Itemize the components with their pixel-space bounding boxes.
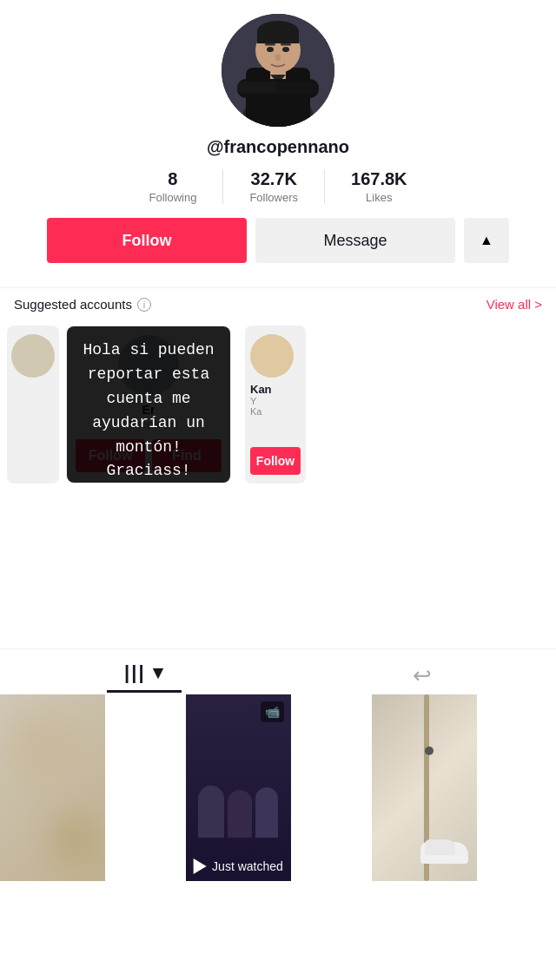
suggested-card-1: Er People , Follow Find Hola si pueden r… — [66, 326, 231, 483]
avatar — [222, 14, 334, 127]
svg-rect-13 — [265, 43, 275, 46]
just-watched-badge: Just watched — [194, 858, 283, 874]
username: @francopennano — [207, 137, 349, 157]
suggested-avatar-right — [250, 334, 294, 378]
info-icon[interactable]: i — [137, 298, 151, 312]
followers-count: 32.7K — [251, 169, 297, 189]
svg-point-15 — [275, 54, 281, 61]
following-count: 8 — [168, 169, 177, 189]
profile-section: @francopennano 8 Following 32.7K Followe… — [0, 0, 556, 287]
cards-row: Er People , Follow Find Hola si pueden r… — [0, 319, 556, 490]
svg-rect-14 — [281, 43, 291, 46]
suggested-header: Suggested accounts i View all > — [0, 287, 556, 319]
svg-point-11 — [267, 47, 274, 52]
following-stat: 8 Following — [122, 169, 223, 204]
suggested-name-right: Kan — [250, 383, 272, 396]
likes-label: Likes — [366, 191, 392, 204]
just-watched-text: Just watched — [212, 859, 283, 873]
followers-stat: 32.7K Followers — [223, 169, 325, 204]
suggested-desc-right: YKa — [250, 396, 261, 417]
card-overlay: Hola si pueden reportar esta cuenta me a… — [67, 326, 230, 483]
share-button[interactable]: ▲ — [464, 218, 509, 263]
play-icon — [194, 858, 207, 874]
repost-icon: ↩︎ — [413, 662, 432, 689]
stats-row: 8 Following 32.7K Followers 167.8K Likes — [14, 169, 542, 204]
videos-grid: 📹 Just watched — [0, 694, 556, 881]
followers-label: Followers — [249, 191, 298, 204]
suggested-avatar-left — [11, 334, 55, 378]
svg-rect-5 — [257, 31, 299, 43]
suggested-card-partial-right: Kan YKa Follow — [245, 326, 306, 483]
svg-rect-10 — [275, 82, 319, 94]
video-thumb-1[interactable] — [0, 694, 105, 881]
view-all-link[interactable]: View all > — [486, 297, 542, 312]
suggested-title: Suggested accounts i — [14, 297, 151, 312]
tab-filter[interactable]: ||| ▾ — [107, 658, 182, 693]
bottom-tabs: ||| ▾ ↩︎ — [0, 648, 556, 693]
suggested-label: Suggested accounts — [14, 297, 132, 312]
following-label: Following — [149, 191, 196, 204]
video-thumb-3[interactable] — [372, 694, 477, 881]
suggested-area: Er People , Follow Find Hola si pueden r… — [0, 319, 556, 648]
video-camera-icon: 📹 — [265, 705, 280, 719]
chevron-up-icon: ▲ — [480, 233, 493, 248]
overlay-text: Hola si pueden reportar esta cuenta me a… — [79, 339, 218, 483]
svg-rect-9 — [237, 82, 281, 94]
tab-repost[interactable]: ↩︎ — [395, 659, 449, 693]
follow-button-2[interactable]: Follow — [250, 447, 301, 475]
overlay-dark: Hola si pueden reportar esta cuenta me a… — [67, 326, 230, 483]
follow-button[interactable]: Follow — [47, 218, 247, 263]
video-thumb-2[interactable]: 📹 Just watched — [186, 694, 291, 881]
action-buttons: Follow Message ▲ — [14, 218, 542, 263]
filter-icon: ||| ▾ — [124, 661, 164, 684]
suggested-card-partial-left — [7, 326, 59, 483]
likes-count: 167.8K — [351, 169, 407, 189]
likes-stat: 167.8K Likes — [325, 169, 434, 204]
svg-point-12 — [282, 47, 289, 52]
message-button[interactable]: Message — [255, 218, 455, 263]
